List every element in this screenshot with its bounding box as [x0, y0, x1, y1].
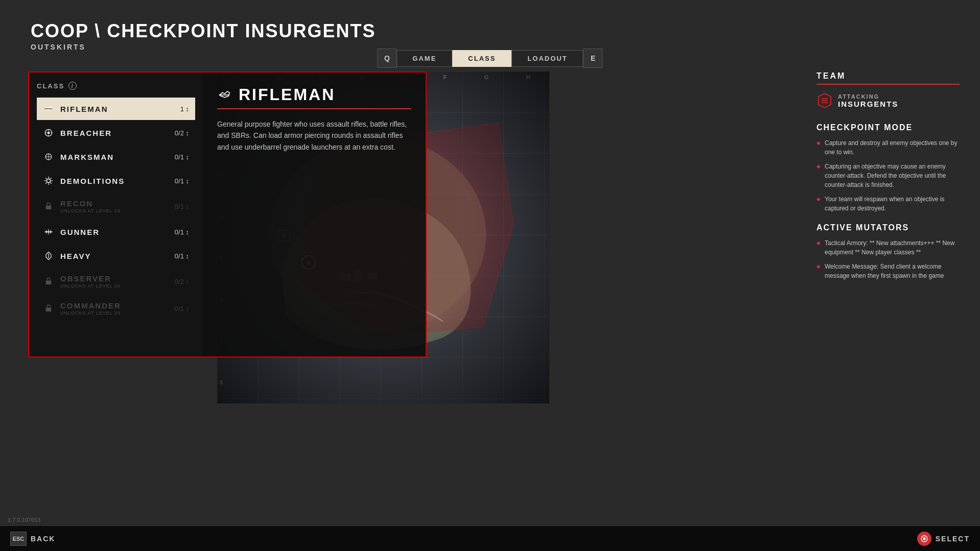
svg-rect-38 [46, 308, 52, 312]
nav-tab-class[interactable]: CLASS [452, 50, 511, 67]
class-panel-header: CLASS i [37, 82, 195, 90]
class-info-title-row: RIFLEMAN [217, 85, 411, 104]
gunner-name: GUNNER [60, 228, 175, 236]
class-item-gunner[interactable]: GUNNER 0/1 ↕ [37, 221, 195, 243]
svg-line-28 [50, 178, 52, 179]
heavy-icon [43, 250, 54, 261]
mode-rule-1: ◆ Capture and destroy all enemy objectiv… [816, 138, 960, 157]
header-title: COOP \ CHECKPOINT INSURGENTS [31, 20, 376, 42]
class-item-rifleman[interactable]: RIFLEMAN 1 ↕ [37, 98, 195, 120]
recon-lock-icon [43, 201, 54, 212]
observer-lock-icon [43, 276, 54, 287]
mode-rule-3: ◆ Your team will respawn when an objecti… [816, 195, 960, 213]
nav-key-q[interactable]: Q [377, 49, 396, 68]
demolitions-icon [43, 175, 54, 186]
svg-line-29 [45, 182, 47, 184]
breacher-icon [43, 127, 54, 138]
nav-tab-game[interactable]: GAME [396, 50, 452, 67]
diamond-bullet-1: ◆ [816, 140, 821, 146]
recon-name: RECON [60, 199, 175, 208]
class-info-divider [217, 108, 411, 109]
observer-slots: 0/2 ↕ [175, 278, 189, 285]
gunner-slots: 0/1 ↕ [175, 228, 189, 236]
select-button[interactable]: SELECT [917, 532, 970, 546]
diamond-bullet-2: ◆ [816, 163, 821, 169]
nav-tabs: Q GAME CLASS LOADOUT E [377, 49, 602, 68]
mode-rule-text-3: Your team will respawn when an objective… [825, 195, 960, 213]
mutator-bullet-2: ◆ [816, 263, 821, 269]
rifleman-name: RIFLEMAN [60, 105, 180, 113]
select-icon [917, 532, 931, 546]
svg-rect-30 [46, 206, 52, 210]
mutator-text-2: Welcome Message: Send client a welcome m… [825, 262, 960, 280]
rifleman-icon [43, 103, 54, 114]
version-text: 1.7.0.107653 [8, 517, 40, 523]
heavy-name: HEAVY [60, 252, 175, 260]
class-item-heavy[interactable]: HEAVY 0/1 ↕ [37, 245, 195, 267]
recon-unlock-text: UNLOCKS AT LEVEL 20 [60, 208, 175, 213]
team-header: TEAM [816, 71, 960, 81]
class-item-recon: RECON UNLOCKS AT LEVEL 20 0/1 ↕ [37, 194, 195, 219]
gunner-icon [43, 226, 54, 237]
mode-rule-2: ◆ Capturing an objective may cause an en… [816, 162, 960, 189]
mode-rule-text-1: Capture and destroy all enemy objectives… [825, 138, 960, 157]
demolitions-name: DEMOLITIONS [60, 177, 175, 185]
diamond-bullet-3: ◆ [816, 196, 821, 202]
nav-tab-loadout[interactable]: LOADOUT [511, 50, 583, 67]
mutator-2: ◆ Welcome Message: Send client a welcome… [816, 262, 960, 280]
main-panel: CLASS i RIFLEMAN 1 ↕ [28, 71, 427, 357]
faction-info: ATTACKING INSURGENTS [838, 93, 898, 108]
back-label: BACK [31, 535, 55, 543]
mutator-bullet-1: ◆ [816, 240, 821, 246]
commander-slots: 0/1 ↕ [175, 305, 189, 313]
heavy-slots: 0/1 ↕ [175, 252, 189, 260]
marksman-icon [43, 151, 54, 162]
svg-rect-37 [46, 281, 52, 285]
header: COOP \ CHECKPOINT INSURGENTS OUTSKIRTS [31, 20, 376, 51]
back-button[interactable]: ESC BACK [10, 532, 55, 546]
class-item-observer: OBSERVER UNLOCKS AT LEVEL 20 0/2 ↕ [37, 269, 195, 294]
faction-label: ATTACKING [838, 93, 898, 100]
class-item-breacher[interactable]: BREACHER 0/2 ↕ [37, 122, 195, 144]
back-key-badge: ESC [10, 532, 27, 546]
svg-line-27 [50, 182, 52, 184]
svg-point-13 [48, 132, 50, 134]
header-subtitle: OUTSKIRTS [31, 43, 376, 51]
class-item-commander: COMMANDER UNLOCKS AT LEVEL 20 0/1 ↕ [37, 296, 195, 321]
faction-name: INSURGENTS [838, 100, 898, 108]
team-panel: TEAM ATTACKING INSURGENTS CHECKPOINT MOD… [816, 71, 960, 285]
class-item-demolitions[interactable]: DEMOLITIONS 0/1 ↕ [37, 170, 195, 192]
observer-unlock-text: UNLOCKS AT LEVEL 20 [60, 283, 175, 289]
rifleman-slots: 1 ↕ [180, 105, 189, 113]
class-info-panel: RIFLEMAN General purpose fighter who use… [203, 73, 426, 356]
mutator-1: ◆ Tactical Armory: ** New attachments+++… [816, 238, 960, 257]
select-label: SELECT [936, 535, 970, 543]
mode-rule-text-2: Capturing an objective may cause an enem… [825, 162, 960, 189]
mutator-text-1: Tactical Armory: ** New attachments+++ *… [825, 238, 960, 257]
marksman-slots: 0/1 ↕ [175, 153, 189, 161]
class-info-name: RIFLEMAN [239, 85, 335, 104]
svg-line-26 [45, 178, 47, 179]
breacher-name: BREACHER [60, 129, 175, 137]
bottom-bar: ESC BACK SELECT [0, 525, 980, 551]
svg-point-44 [923, 537, 925, 540]
observer-name: OBSERVER [60, 274, 175, 283]
demolitions-slots: 0/1 ↕ [175, 177, 189, 185]
mode-header: CHECKPOINT MODE [816, 123, 960, 132]
class-info-description: General purpose fighter who uses assault… [217, 118, 411, 153]
team-divider [816, 84, 960, 85]
mutators-header: ACTIVE MUTATORS [816, 223, 960, 232]
marksman-name: MARKSMAN [60, 153, 175, 161]
class-sidebar: CLASS i RIFLEMAN 1 ↕ [29, 73, 203, 356]
commander-unlock-text: UNLOCKS AT LEVEL 20 [60, 310, 175, 316]
svg-point-21 [47, 179, 51, 183]
faction-icon [816, 92, 833, 109]
nav-key-e[interactable]: E [584, 49, 603, 68]
commander-name: COMMANDER [60, 301, 175, 310]
team-faction: ATTACKING INSURGENTS [816, 92, 960, 109]
info-icon[interactable]: i [68, 82, 77, 90]
recon-slots: 0/1 ↕ [175, 203, 189, 210]
breacher-slots: 0/2 ↕ [175, 129, 189, 137]
commander-lock-icon [43, 303, 54, 314]
class-item-marksman[interactable]: MARKSMAN 0/1 ↕ [37, 146, 195, 168]
